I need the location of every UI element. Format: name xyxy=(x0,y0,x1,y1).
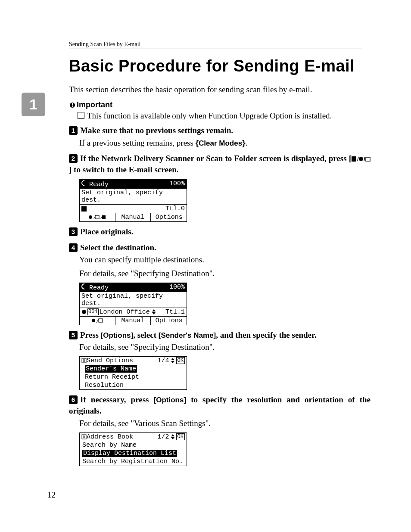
list-icon xyxy=(81,433,87,441)
page-number: 12 xyxy=(47,490,56,500)
ok-badge: OK xyxy=(176,433,185,440)
email-mode-icon xyxy=(81,206,87,212)
menu-item-senders-name: Sender's Name xyxy=(80,365,187,373)
svg-marker-29 xyxy=(171,434,174,436)
lcd-options-tab: Options xyxy=(151,317,187,325)
lcd-screen-ready-empty: Ready 100% Set original, specify dest. T… xyxy=(79,179,187,222)
svg-rect-12 xyxy=(102,215,106,219)
svg-marker-23 xyxy=(171,358,174,360)
step-6-head-pre: If necessary, press xyxy=(80,395,154,404)
lcd-status: Ready xyxy=(89,284,109,292)
step-1: 1Make sure that no previous settings rem… xyxy=(69,125,371,137)
running-header: Sending Scan Files by E-mail xyxy=(69,41,362,49)
updown-icon xyxy=(171,357,175,364)
dest-id-badge: 001 xyxy=(87,308,99,315)
step-number-icon: 5 xyxy=(69,331,78,339)
step-number-icon: 1 xyxy=(69,126,78,135)
svg-marker-14 xyxy=(152,309,156,311)
svg-point-16 xyxy=(92,319,95,322)
lcd-options-tab: Options xyxy=(151,213,187,221)
lcd-manual-tab: Manual xyxy=(115,213,151,221)
step-1-head: Make sure that no previous settings rema… xyxy=(80,126,233,135)
lcd-menu-title: Send Options xyxy=(87,357,133,364)
lcd-screen-ready-destination: Ready 100% Set original, specify dest. 0… xyxy=(79,283,187,325)
lcd-dest-row: Ttl.0 xyxy=(80,204,187,213)
step-2-head-pre: If the Network Delivery Scanner or Scan … xyxy=(80,154,352,163)
menu-item-resolution: Resolution xyxy=(80,381,187,389)
svg-rect-2 xyxy=(72,106,73,107)
menu-item-search-by-reg-no: Search by Registration No. xyxy=(80,457,187,466)
dest-name: London Office xyxy=(100,308,150,316)
options-key: [Options] xyxy=(101,331,134,339)
updown-icon xyxy=(152,308,156,316)
step-5-head-post: , and then specify the sender. xyxy=(216,330,316,339)
step-6: 6If necessary, press [Options] to specif… xyxy=(69,394,371,417)
svg-text:/: / xyxy=(357,156,359,162)
svg-point-5 xyxy=(359,157,363,161)
intro-text: This section describes the basic operati… xyxy=(69,85,371,94)
step-5-head-mid: , select xyxy=(133,330,159,339)
ready-icon xyxy=(80,282,89,291)
lcd-prompt: Set original, specify dest. xyxy=(80,292,187,308)
svg-marker-30 xyxy=(171,437,174,439)
important-item: This function is available only when Fun… xyxy=(78,111,371,121)
lcd-total: Ttl.1 xyxy=(165,308,185,316)
step-4: 4Select the destination. xyxy=(69,242,371,254)
lcd-mode-tab: / / xyxy=(80,213,115,221)
lcd-total: Ttl.0 xyxy=(165,205,185,212)
senders-name-key: [Sender's Name] xyxy=(159,331,216,339)
step-5-head-pre: Press xyxy=(80,330,101,339)
ready-icon xyxy=(80,179,89,187)
important-icon xyxy=(69,102,76,109)
menu-item-label: Display Destination List xyxy=(82,450,177,457)
svg-rect-7 xyxy=(366,157,370,161)
important-callout: Important This function is available onl… xyxy=(69,100,371,121)
dest-email-icon xyxy=(81,308,87,316)
lcd-manual-tab: Manual xyxy=(115,317,151,325)
step-number-icon: 2 xyxy=(69,154,78,163)
page-title: Basic Procedure for Sending E-mail xyxy=(69,57,371,75)
chapter-tab: 1 xyxy=(22,93,45,116)
svg-point-8 xyxy=(89,215,92,219)
svg-text:/: / xyxy=(364,156,365,162)
menu-item-display-destination-list: Display Destination List xyxy=(80,449,187,457)
svg-rect-1 xyxy=(72,103,73,106)
svg-rect-3 xyxy=(352,156,356,162)
svg-marker-24 xyxy=(171,361,174,363)
lcd-percent: 100% xyxy=(169,283,185,292)
lcd-mode-tab: / xyxy=(80,317,115,325)
step-4-body2: For details, see "Specifying Destination… xyxy=(79,268,371,279)
lcd-status: Ready xyxy=(89,181,109,188)
important-label: Important xyxy=(77,100,112,109)
step-1-body-pre: If a previous setting remains, press xyxy=(79,138,196,147)
list-icon xyxy=(81,357,87,364)
step-3: 3Place originals. xyxy=(69,226,371,238)
step-1-body-post: . xyxy=(246,138,248,147)
lcd-menu-title: Address Book xyxy=(87,433,133,441)
step-2-head-post: ] to switch to the E-mail screen. xyxy=(69,165,179,174)
lcd-pager: 1/2 xyxy=(158,433,169,441)
options-key: [Options] xyxy=(154,396,187,404)
step-3-head: Place originals. xyxy=(80,227,133,236)
svg-rect-18 xyxy=(99,319,103,322)
lcd-pager: 1/4 xyxy=(158,357,169,364)
lcd-screen-send-options: Send Options 1/4 OK Sender's Name Return… xyxy=(79,356,187,390)
step-number-icon: 6 xyxy=(69,395,78,404)
step-5: 5Press [Options], select [Sender's Name]… xyxy=(69,330,371,341)
step-4-head: Select the destination. xyxy=(80,243,156,252)
step-2: 2If the Network Delivery Scanner or Scan… xyxy=(69,153,371,176)
svg-point-13 xyxy=(82,310,86,314)
step-4-body1: You can specify multiple destinations. xyxy=(79,254,371,265)
important-item-text: This function is available only when Fun… xyxy=(87,111,332,120)
step-number-icon: 3 xyxy=(69,227,78,236)
menu-item-return-receipt: Return Receipt xyxy=(80,373,187,381)
ok-badge: OK xyxy=(176,357,185,364)
lcd-prompt: Set original, specify dest. xyxy=(80,189,187,204)
lcd-percent: 100% xyxy=(169,180,185,188)
menu-item-label: Sender's Name xyxy=(85,365,137,373)
svg-marker-15 xyxy=(152,312,156,314)
clear-modes-key: Clear Modes xyxy=(199,139,242,147)
step-1-body: If a previous setting remains, press {Cl… xyxy=(79,137,371,149)
step-6-body: For details, see "Various Scan Settings"… xyxy=(79,418,371,429)
menu-item-search-by-name: Search by Name xyxy=(80,441,187,449)
